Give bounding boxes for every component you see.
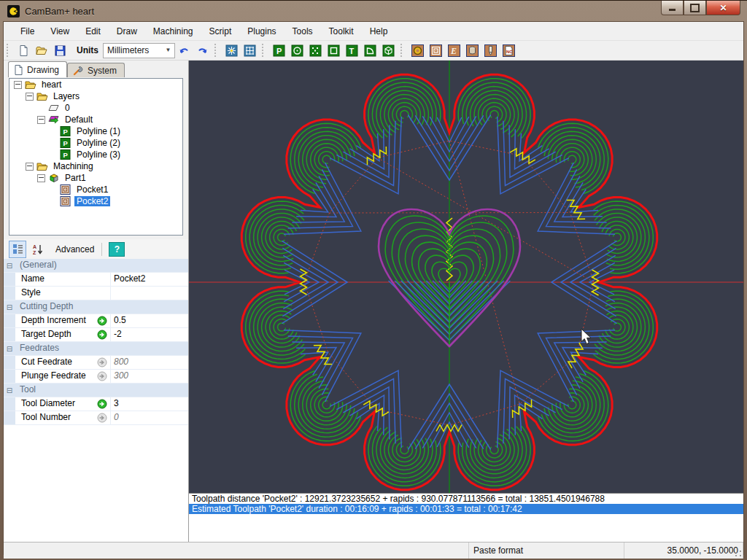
property-label: Depth Increment bbox=[15, 314, 94, 327]
toolbar-grip[interactable] bbox=[400, 44, 406, 57]
units-value: Millimeters bbox=[107, 45, 149, 55]
folder-icon bbox=[36, 91, 48, 101]
property-row-tool-diameter[interactable]: Tool Diameter3 bbox=[4, 397, 188, 411]
toolbar-grip[interactable] bbox=[262, 44, 267, 57]
category-collapse-icon[interactable]: ⊟ bbox=[4, 384, 15, 397]
property-row-name[interactable]: NamePocket2 bbox=[4, 273, 188, 287]
snap-to-points-button[interactable] bbox=[223, 42, 240, 59]
tree-expander[interactable] bbox=[14, 81, 22, 89]
toolbar-grip[interactable] bbox=[7, 44, 12, 57]
property-row-depth-increment[interactable]: Depth Increment0.5 bbox=[4, 314, 188, 328]
menubar: FileViewEditDrawMachiningScriptPluginsTo… bbox=[4, 22, 743, 41]
save-file-button[interactable] bbox=[52, 42, 69, 59]
help-button[interactable]: ? bbox=[109, 242, 125, 257]
tab-system[interactable]: System bbox=[67, 63, 125, 77]
snap-to-grid-button[interactable] bbox=[241, 42, 258, 59]
undo-button[interactable] bbox=[176, 42, 193, 59]
menu-tools[interactable]: Tools bbox=[285, 24, 321, 39]
property-row-target-depth[interactable]: Target Depth-2 bbox=[4, 328, 188, 342]
category-label: Feedrates bbox=[15, 342, 59, 355]
tree-item-pocket2[interactable]: Pocket2 bbox=[9, 195, 182, 207]
property-row-cut-feedrate[interactable]: Cut Feedrate800 bbox=[4, 356, 188, 370]
toolbar-grip[interactable] bbox=[214, 44, 220, 57]
menu-script[interactable]: Script bbox=[201, 24, 240, 39]
menu-plugins[interactable]: Plugins bbox=[239, 24, 284, 39]
categorized-view-button[interactable] bbox=[9, 241, 26, 258]
minimize-button[interactable] bbox=[661, 1, 684, 15]
category-collapse-icon[interactable]: ⊟ bbox=[4, 300, 15, 314]
tree-expander[interactable] bbox=[37, 116, 45, 124]
property-toolbar: A Z Advanced ? bbox=[4, 239, 188, 260]
property-value[interactable]: 0 bbox=[111, 411, 188, 424]
property-value[interactable]: 800 bbox=[111, 356, 188, 369]
mop-engrave-button[interactable]: E bbox=[446, 42, 462, 59]
status-coordinates: 35.0000, -15.0000 bbox=[624, 542, 743, 559]
property-value[interactable]: 3 bbox=[111, 397, 188, 411]
property-category--general-[interactable]: ⊟(General) bbox=[4, 259, 188, 273]
tree-item-polyline-3-[interactable]: PPolyline (3) bbox=[9, 149, 182, 160]
draw-points-button[interactable] bbox=[307, 42, 324, 59]
menu-draw[interactable]: Draw bbox=[109, 24, 145, 39]
mop-3d-profile-button[interactable] bbox=[482, 42, 499, 59]
property-row-plunge-feedrate[interactable]: Plunge Feedrate300 bbox=[4, 370, 188, 384]
property-value[interactable]: Pocket2 bbox=[111, 273, 188, 286]
mop-pocket-button[interactable] bbox=[427, 42, 444, 59]
svg-text:P: P bbox=[63, 139, 69, 147]
drawing-canvas[interactable] bbox=[189, 61, 743, 493]
resize-grip[interactable] bbox=[734, 549, 743, 558]
tree-item-machining[interactable]: Machining bbox=[9, 160, 182, 172]
property-value[interactable]: 0.5 bbox=[111, 314, 188, 327]
default-value-icon bbox=[94, 356, 111, 369]
property-row-style[interactable]: Style bbox=[4, 287, 188, 300]
tree-item-heart[interactable]: heart bbox=[9, 79, 182, 90]
advanced-button[interactable]: Advanced bbox=[55, 244, 94, 254]
tree-item-0[interactable]: 0 bbox=[9, 102, 182, 114]
draw-polyline-button[interactable]: P bbox=[271, 42, 287, 59]
draw-arc-button[interactable] bbox=[362, 42, 379, 59]
open-file-button[interactable] bbox=[34, 42, 50, 59]
generate-gcode-button[interactable]: NC bbox=[500, 42, 517, 59]
menu-view[interactable]: View bbox=[42, 24, 77, 39]
property-grid: ⊟(General)NamePocket2Style⊟Cutting Depth… bbox=[4, 259, 188, 542]
tab-drawing[interactable]: Drawing bbox=[8, 61, 67, 77]
draw-text-button[interactable]: T bbox=[344, 42, 360, 59]
tree-item-pocket1[interactable]: Pocket1 bbox=[9, 184, 182, 195]
close-button[interactable]: ✕ bbox=[706, 1, 740, 15]
property-value[interactable]: 300 bbox=[111, 370, 188, 383]
draw-rectangle-button[interactable] bbox=[325, 42, 342, 59]
draw-circle-button[interactable] bbox=[289, 42, 306, 59]
category-collapse-icon[interactable]: ⊟ bbox=[4, 259, 15, 272]
tree-item-polyline-1-[interactable]: PPolyline (1) bbox=[9, 125, 182, 137]
mop-profile-button[interactable] bbox=[409, 42, 426, 59]
tree-item-default[interactable]: Default bbox=[9, 114, 182, 125]
property-category-feedrates[interactable]: ⊟Feedrates bbox=[4, 342, 188, 356]
property-category-tool[interactable]: ⊟Tool bbox=[4, 384, 188, 397]
menu-edit[interactable]: Edit bbox=[77, 24, 109, 39]
combo-dropdown-icon[interactable]: ▼ bbox=[163, 45, 173, 55]
property-category-cutting-depth[interactable]: ⊟Cutting Depth bbox=[4, 300, 188, 314]
property-value[interactable]: -2 bbox=[111, 328, 188, 341]
tree-expander[interactable] bbox=[26, 93, 34, 101]
tree-item-layers[interactable]: Layers bbox=[9, 90, 182, 102]
mop-drill-button[interactable] bbox=[464, 42, 481, 59]
redo-button[interactable] bbox=[194, 42, 211, 59]
menu-toolkit[interactable]: Toolkit bbox=[321, 24, 362, 39]
menu-help[interactable]: Help bbox=[362, 24, 396, 39]
units-combobox[interactable]: Millimeters▼ bbox=[103, 43, 175, 58]
message-line[interactable]: Toolpath distance 'Pocket2' : 12921.3723… bbox=[189, 494, 743, 504]
menu-machining[interactable]: Machining bbox=[145, 24, 201, 39]
property-row-tool-number[interactable]: Tool Number0 bbox=[4, 411, 188, 425]
maximize-button[interactable] bbox=[684, 1, 706, 15]
new-file-button[interactable] bbox=[15, 42, 32, 59]
menu-file[interactable]: File bbox=[12, 24, 42, 39]
tree-expander[interactable] bbox=[26, 163, 34, 171]
alphabetical-sort-button[interactable]: A Z bbox=[29, 241, 47, 258]
draw-3d-object-button[interactable] bbox=[380, 42, 397, 59]
category-collapse-icon[interactable]: ⊟ bbox=[4, 342, 15, 355]
tree-item-part1[interactable]: Part1 bbox=[9, 172, 182, 184]
message-log: Toolpath distance 'Pocket2' : 12921.3723… bbox=[189, 493, 743, 542]
tree-item-polyline-2-[interactable]: PPolyline (2) bbox=[9, 137, 182, 149]
message-line[interactable]: Estimated Toolpath 'Pocket2' duration : … bbox=[189, 504, 743, 514]
tree-expander[interactable] bbox=[37, 174, 45, 182]
property-value[interactable] bbox=[111, 287, 188, 300]
